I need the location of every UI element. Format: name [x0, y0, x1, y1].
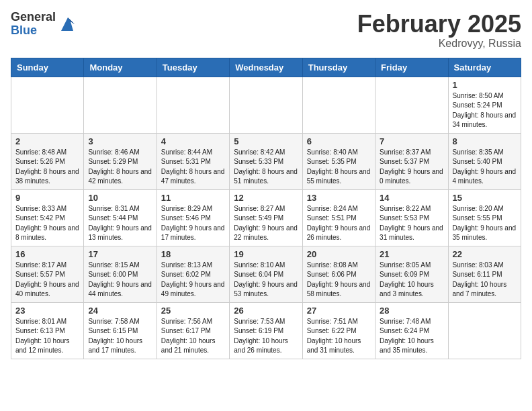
calendar-cell: 13Sunrise: 8:24 AM Sunset: 5:51 PM Dayli… — [302, 189, 375, 246]
day-info: Sunrise: 8:35 AM Sunset: 5:40 PM Dayligh… — [453, 148, 517, 187]
day-number: 5 — [234, 136, 298, 146]
day-number: 8 — [453, 136, 517, 146]
weekday-header-thursday: Thursday — [302, 58, 375, 77]
weekday-header-sunday: Sunday — [11, 58, 84, 77]
weekday-header-tuesday: Tuesday — [157, 58, 229, 77]
calendar-table: SundayMondayTuesdayWednesdayThursdayFrid… — [11, 58, 521, 359]
day-number: 7 — [380, 136, 443, 146]
week-row-1: 1Sunrise: 8:50 AM Sunset: 5:24 PM Daylig… — [11, 77, 521, 133]
day-number: 17 — [88, 249, 152, 259]
day-number: 21 — [380, 249, 443, 259]
day-info: Sunrise: 8:05 AM Sunset: 6:09 PM Dayligh… — [380, 261, 443, 300]
day-info: Sunrise: 7:48 AM Sunset: 6:24 PM Dayligh… — [380, 317, 443, 356]
logo-icon — [58, 15, 77, 34]
weekday-header-monday: Monday — [84, 58, 157, 77]
day-info: Sunrise: 8:37 AM Sunset: 5:37 PM Dayligh… — [380, 148, 443, 187]
calendar-cell: 17Sunrise: 8:15 AM Sunset: 6:00 PM Dayli… — [84, 246, 157, 302]
calendar-cell: 16Sunrise: 8:17 AM Sunset: 5:57 PM Dayli… — [11, 246, 84, 302]
calendar-cell: 5Sunrise: 8:42 AM Sunset: 5:33 PM Daylig… — [230, 133, 302, 189]
day-number: 26 — [234, 306, 298, 316]
calendar-cell: 21Sunrise: 8:05 AM Sunset: 6:09 PM Dayli… — [375, 246, 448, 302]
calendar-cell: 12Sunrise: 8:27 AM Sunset: 5:49 PM Dayli… — [230, 189, 302, 246]
week-row-4: 16Sunrise: 8:17 AM Sunset: 5:57 PM Dayli… — [11, 246, 521, 302]
calendar-cell: 11Sunrise: 8:29 AM Sunset: 5:46 PM Dayli… — [157, 189, 229, 246]
day-info: Sunrise: 8:22 AM Sunset: 5:53 PM Dayligh… — [380, 204, 443, 243]
day-number: 1 — [453, 80, 517, 90]
day-info: Sunrise: 8:17 AM Sunset: 5:57 PM Dayligh… — [15, 261, 79, 300]
logo-general-text: General — [11, 11, 56, 24]
calendar-cell — [11, 77, 84, 133]
svg-marker-0 — [61, 17, 75, 31]
weekday-header-saturday: Saturday — [448, 58, 521, 77]
calendar-cell — [448, 302, 521, 359]
day-number: 6 — [307, 136, 371, 146]
calendar-cell: 14Sunrise: 8:22 AM Sunset: 5:53 PM Dayli… — [375, 189, 448, 246]
week-row-5: 23Sunrise: 8:01 AM Sunset: 6:13 PM Dayli… — [11, 302, 521, 359]
day-info: Sunrise: 8:24 AM Sunset: 5:51 PM Dayligh… — [307, 204, 371, 243]
day-info: Sunrise: 8:40 AM Sunset: 5:35 PM Dayligh… — [307, 148, 371, 187]
day-info: Sunrise: 8:10 AM Sunset: 6:04 PM Dayligh… — [234, 261, 298, 300]
day-info: Sunrise: 8:46 AM Sunset: 5:29 PM Dayligh… — [88, 148, 152, 187]
day-number: 15 — [453, 193, 517, 203]
day-number: 4 — [161, 136, 225, 146]
week-row-3: 9Sunrise: 8:33 AM Sunset: 5:42 PM Daylig… — [11, 189, 521, 246]
calendar-cell: 28Sunrise: 7:48 AM Sunset: 6:24 PM Dayli… — [375, 302, 448, 359]
week-row-2: 2Sunrise: 8:48 AM Sunset: 5:26 PM Daylig… — [11, 133, 521, 189]
calendar-cell — [375, 77, 448, 133]
day-number: 10 — [88, 193, 152, 203]
calendar-cell: 3Sunrise: 8:46 AM Sunset: 5:29 PM Daylig… — [84, 133, 157, 189]
day-info: Sunrise: 8:50 AM Sunset: 5:24 PM Dayligh… — [453, 91, 517, 130]
day-number: 28 — [380, 306, 443, 316]
weekday-header-wednesday: Wednesday — [230, 58, 302, 77]
day-number: 20 — [307, 249, 371, 259]
calendar-cell — [230, 77, 302, 133]
calendar-cell — [302, 77, 375, 133]
day-info: Sunrise: 7:56 AM Sunset: 6:17 PM Dayligh… — [161, 317, 225, 356]
calendar-cell — [157, 77, 229, 133]
calendar-cell: 4Sunrise: 8:44 AM Sunset: 5:31 PM Daylig… — [157, 133, 229, 189]
day-info: Sunrise: 7:53 AM Sunset: 6:19 PM Dayligh… — [234, 317, 298, 356]
calendar-cell: 10Sunrise: 8:31 AM Sunset: 5:44 PM Dayli… — [84, 189, 157, 246]
day-info: Sunrise: 8:20 AM Sunset: 5:55 PM Dayligh… — [453, 204, 517, 243]
calendar-cell: 8Sunrise: 8:35 AM Sunset: 5:40 PM Daylig… — [448, 133, 521, 189]
location-subtitle: Kedrovyy, Russia — [357, 38, 521, 50]
day-info: Sunrise: 7:58 AM Sunset: 6:15 PM Dayligh… — [88, 317, 152, 356]
day-number: 27 — [307, 306, 371, 316]
day-info: Sunrise: 8:29 AM Sunset: 5:46 PM Dayligh… — [161, 204, 225, 243]
day-number: 16 — [15, 249, 79, 259]
day-info: Sunrise: 8:33 AM Sunset: 5:42 PM Dayligh… — [15, 204, 79, 243]
calendar-cell: 15Sunrise: 8:20 AM Sunset: 5:55 PM Dayli… — [448, 189, 521, 246]
calendar-cell: 22Sunrise: 8:03 AM Sunset: 6:11 PM Dayli… — [448, 246, 521, 302]
day-number: 23 — [15, 306, 79, 316]
calendar-cell: 23Sunrise: 8:01 AM Sunset: 6:13 PM Dayli… — [11, 302, 84, 359]
calendar-cell: 7Sunrise: 8:37 AM Sunset: 5:37 PM Daylig… — [375, 133, 448, 189]
day-number: 12 — [234, 193, 298, 203]
day-number: 25 — [161, 306, 225, 316]
day-info: Sunrise: 8:08 AM Sunset: 6:06 PM Dayligh… — [307, 261, 371, 300]
title-block: February 2025 Kedrovyy, Russia — [357, 11, 521, 50]
calendar-cell: 24Sunrise: 7:58 AM Sunset: 6:15 PM Dayli… — [84, 302, 157, 359]
page-header: General Blue February 2025 Kedrovyy, Rus… — [11, 11, 521, 50]
weekday-header-row: SundayMondayTuesdayWednesdayThursdayFrid… — [11, 58, 521, 77]
day-number: 19 — [234, 249, 298, 259]
calendar-cell: 27Sunrise: 7:51 AM Sunset: 6:22 PM Dayli… — [302, 302, 375, 359]
calendar-cell: 19Sunrise: 8:10 AM Sunset: 6:04 PM Dayli… — [230, 246, 302, 302]
day-number: 14 — [380, 193, 443, 203]
calendar-cell: 25Sunrise: 7:56 AM Sunset: 6:17 PM Dayli… — [157, 302, 229, 359]
day-number: 24 — [88, 306, 152, 316]
logo-blue-text: Blue — [11, 24, 56, 38]
day-info: Sunrise: 8:44 AM Sunset: 5:31 PM Dayligh… — [161, 148, 225, 187]
calendar-cell — [84, 77, 157, 133]
calendar-cell: 18Sunrise: 8:13 AM Sunset: 6:02 PM Dayli… — [157, 246, 229, 302]
weekday-header-friday: Friday — [375, 58, 448, 77]
calendar-cell: 2Sunrise: 8:48 AM Sunset: 5:26 PM Daylig… — [11, 133, 84, 189]
month-year-title: February 2025 — [357, 11, 521, 38]
calendar-cell: 9Sunrise: 8:33 AM Sunset: 5:42 PM Daylig… — [11, 189, 84, 246]
day-number: 3 — [88, 136, 152, 146]
day-info: Sunrise: 8:15 AM Sunset: 6:00 PM Dayligh… — [88, 261, 152, 300]
day-number: 2 — [15, 136, 79, 146]
day-info: Sunrise: 8:31 AM Sunset: 5:44 PM Dayligh… — [88, 204, 152, 243]
day-info: Sunrise: 8:01 AM Sunset: 6:13 PM Dayligh… — [15, 317, 79, 356]
calendar-cell: 26Sunrise: 7:53 AM Sunset: 6:19 PM Dayli… — [230, 302, 302, 359]
day-number: 18 — [161, 249, 225, 259]
